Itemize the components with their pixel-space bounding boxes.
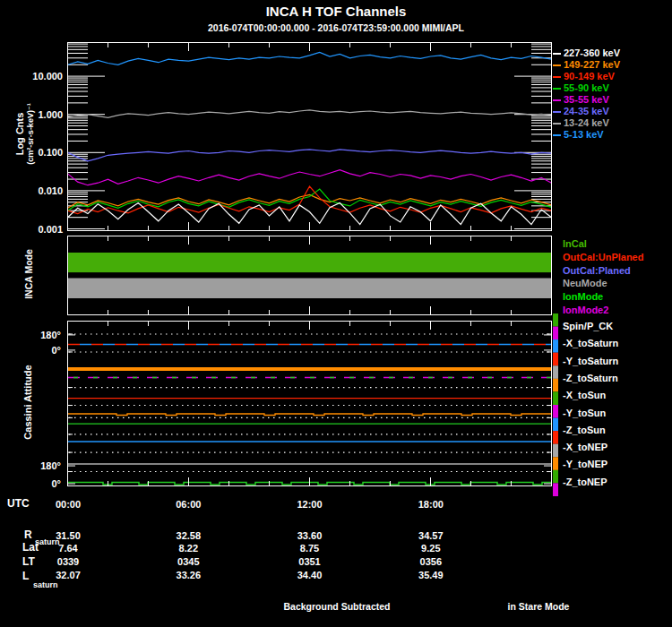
panel-frame — [68, 236, 552, 315]
legend-label-149-227-keV: 149-227 keV — [564, 59, 620, 70]
mode-legend-IonMode2: IonMode2 — [563, 305, 608, 315]
mode-legend-InCal: InCal — [563, 238, 587, 249]
row-label-l: L — [22, 570, 29, 582]
background-subtracted-note: Background Subtracted — [283, 601, 390, 612]
row-label-lt: LT — [22, 555, 35, 568]
attitude-legend--Z-toSaturn: -Z_toSaturn — [563, 373, 618, 383]
attitude-legend--Z-toNEP: -Z_toNEP — [563, 477, 607, 487]
colorbar-segment — [553, 418, 558, 432]
mode-y-axis-label: INCA Mode — [23, 225, 34, 323]
panel-frame — [68, 43, 552, 231]
mode-band-1 — [68, 279, 551, 299]
legend-label-24-35-keV: 24-35 keV — [564, 106, 609, 116]
x-ticks — [68, 322, 552, 485]
colorbar-segment — [553, 470, 558, 484]
value-r-2: 33.60 — [297, 530, 323, 541]
attitude-legend--Z-toSun: -Z_toSun — [563, 425, 606, 435]
value-lt-3: 0356 — [420, 556, 442, 567]
legend-swatch-35-55-keV — [553, 99, 561, 101]
legend-label-13-24-keV: 13-24 keV — [564, 117, 609, 128]
mode-legend-OutCal-UnPlaned: OutCal:UnPlaned — [563, 252, 643, 262]
spectra-panel — [67, 42, 552, 231]
mode-legend-IonMode: IonMode — [563, 291, 603, 302]
plot-root: INCA H TOF Channels 2016-074T00:00:00.00… — [0, 0, 672, 627]
legend-swatch-5-13-keV — [553, 134, 561, 136]
utc-time-1: 06:00 — [176, 499, 201, 510]
value-r-3: 34.57 — [418, 530, 444, 541]
attitude-ytick-label-2: 180° — [25, 460, 61, 471]
value-l-2: 34.40 — [297, 570, 323, 580]
value-r-0: 31.50 — [56, 530, 81, 541]
attitude-legend--X-toSaturn: -X_toSaturn — [563, 338, 618, 348]
colorbar-segment — [553, 457, 558, 470]
value-lat-1: 8.22 — [179, 543, 198, 554]
legend-label-5-13-keV: 5-13 keV — [564, 129, 604, 140]
series-line-5-13-keV — [68, 53, 552, 65]
row-label-l-subscript: saturn — [33, 580, 58, 589]
colorbar-segment — [553, 327, 558, 340]
legend-swatch-13-24-keV — [553, 123, 561, 125]
mode-legend-OutCal-Planed: OutCal:Planed — [563, 265, 631, 276]
attitude-legend--Y-toSaturn: -Y_toSaturn — [563, 356, 618, 366]
value-lat-0: 7.64 — [58, 543, 77, 554]
value-lat-2: 8.75 — [300, 543, 319, 554]
colorbar-segment — [553, 353, 558, 366]
attitude-ytick-label-3: 0° — [25, 478, 61, 489]
attitude-ytick-label-0: 180° — [25, 330, 61, 340]
time-range-subtitle: 2016-074T00:00:00.000 - 2016-074T23:59:0… — [0, 22, 672, 33]
series-line-24-35-keV — [68, 150, 552, 161]
value-l-1: 33.26 — [177, 570, 202, 580]
value-lat-3: 9.25 — [421, 543, 440, 554]
attitude-y-ticks — [68, 334, 551, 484]
spectra-ytick-label: 10.000 — [16, 71, 63, 82]
spectra-ytick-label: 0.001 — [16, 224, 63, 235]
colorbar-segment — [553, 405, 558, 418]
legend-label-90-149-keV: 90-149 keV — [564, 71, 615, 82]
value-lt-2: 0351 — [298, 556, 320, 567]
legend-swatch-149-227-keV — [553, 64, 561, 66]
colorbar-segment — [553, 431, 558, 444]
legend-label-55-90-keV: 55-90 keV — [564, 82, 609, 93]
attitude-legend--X-toNEP: -X_toNEP — [563, 442, 607, 452]
value-lt-0: 0339 — [57, 556, 79, 567]
colorbar-segment — [553, 379, 558, 392]
spectra-ytick-label: 0.100 — [16, 147, 63, 158]
mode-band-0 — [68, 253, 551, 272]
value-lt-1: 0345 — [177, 556, 199, 567]
value-l-3: 35.49 — [418, 570, 444, 580]
colorbar-segment — [553, 391, 558, 405]
value-l-0: 32.07 — [56, 570, 81, 580]
colorbar-segment — [553, 339, 558, 353]
series-line-35-55-keV — [68, 170, 552, 185]
x-ticks — [68, 236, 552, 314]
colorbar-segment — [553, 483, 558, 496]
legend-label-227-360-keV: 227-360 keV — [564, 47, 620, 58]
mode-legend-NeuMode: NeuMode — [563, 278, 607, 288]
series-line-13-24-keV — [68, 110, 552, 118]
colorbar-segment — [553, 444, 558, 458]
spectra-ytick-label: 0.010 — [16, 185, 63, 196]
legend-swatch-55-90-keV — [553, 88, 561, 90]
colorbar-segment — [553, 314, 558, 327]
legend-swatch-90-149-keV — [553, 76, 561, 78]
utc-time-2: 12:00 — [297, 499, 322, 510]
attitude-ytick-label-1: 0° — [25, 345, 61, 356]
row-label-lat: Lat — [22, 541, 39, 554]
utc-axis-label: UTC — [7, 497, 30, 510]
colorbar-segment — [553, 365, 558, 379]
attitude-legend--X-toSun: -X_toSun — [563, 390, 606, 400]
log-y-ticks — [68, 44, 551, 228]
row-label-r: R — [24, 528, 32, 541]
stare-mode-note: in Stare Mode — [508, 601, 570, 612]
attitude-line-4 — [67, 414, 552, 416]
panel-frame — [68, 322, 552, 486]
utc-time-3: 18:00 — [418, 499, 444, 510]
attitude-panel — [67, 321, 552, 486]
utc-time-0: 00:00 — [56, 499, 81, 510]
legend-swatch-24-35-keV — [553, 111, 561, 113]
attitude-legend--Y-toSun: -Y_toSun — [563, 408, 606, 418]
legend-swatch-227-360-keV — [553, 53, 561, 55]
value-r-1: 32.58 — [177, 530, 202, 541]
legend-label-35-55-keV: 35-55 keV — [564, 94, 609, 105]
spectra-ytick-label: 1.000 — [16, 109, 63, 120]
